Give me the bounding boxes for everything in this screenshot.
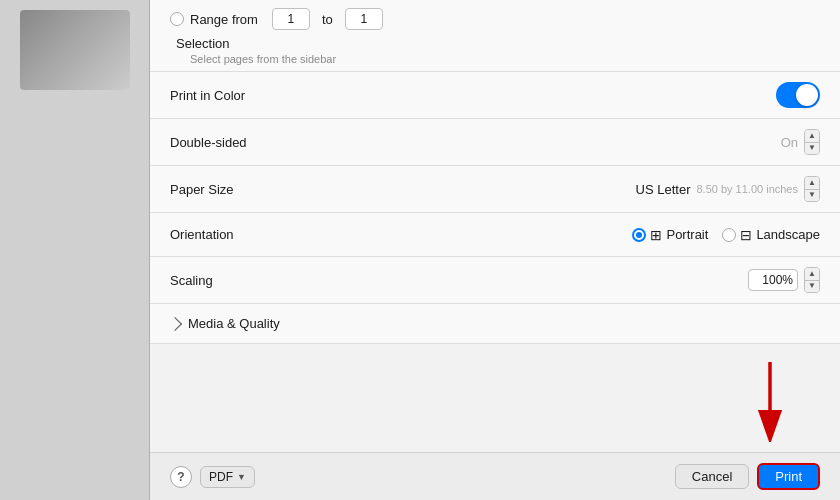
range-to-input[interactable] [345,8,383,30]
bottom-bar: ? PDF ▼ Cancel Print [150,452,840,500]
landscape-icon: ⊟ [740,227,752,243]
print-in-color-row: Print in Color [150,72,840,119]
selection-sublabel: Select pages from the sidebar [190,53,820,65]
scaling-stepper-down[interactable]: ▼ [805,281,819,293]
print-options: Range from to Selection Select pages fro… [150,0,840,452]
scaling-input[interactable] [748,269,798,291]
range-from-row: Range from to [150,0,840,34]
portrait-icon: ⊞ [650,227,662,243]
scaling-row: Scaling ▲ ▼ [150,257,840,304]
range-to-label: to [322,12,333,27]
pdf-button[interactable]: PDF ▼ [200,466,255,488]
pdf-label: PDF [209,470,233,484]
paper-size-row: Paper Size US Letter 8.50 by 11.00 inche… [150,166,840,213]
document-thumbnail [20,10,130,90]
selection-label: Selection [176,36,229,51]
toggle-knob [796,84,818,106]
paper-size-value: US Letter [636,182,691,197]
portrait-radio[interactable] [632,228,646,242]
paper-size-stepper-up[interactable]: ▲ [805,177,819,190]
print-button[interactable]: Print [757,463,820,490]
sidebar [0,0,150,500]
scaling-stepper[interactable]: ▲ ▼ [804,267,820,293]
landscape-radio[interactable] [722,228,736,242]
double-sided-row: Double-sided On ▲ ▼ [150,119,840,166]
double-sided-stepper[interactable]: ▲ ▼ [804,129,820,155]
portrait-option[interactable]: ⊞ Portrait [632,227,708,243]
media-quality-row[interactable]: Media & Quality [150,304,840,344]
pdf-chevron-icon: ▼ [237,472,246,482]
scaling-stepper-up[interactable]: ▲ [805,268,819,281]
main-content: Range from to Selection Select pages fro… [150,0,840,500]
cancel-button[interactable]: Cancel [675,464,749,489]
scaling-label: Scaling [170,273,300,288]
range-radio[interactable] [170,12,184,26]
stepper-up[interactable]: ▲ [805,130,819,143]
chevron-right-icon [168,316,182,330]
paper-size-stepper-down[interactable]: ▼ [805,190,819,202]
print-in-color-toggle[interactable] [776,82,820,108]
stepper-down[interactable]: ▼ [805,143,819,155]
portrait-label: Portrait [666,227,708,242]
paper-size-detail: 8.50 by 11.00 inches [696,183,798,195]
help-button[interactable]: ? [170,466,192,488]
media-quality-label: Media & Quality [188,316,280,331]
orientation-label: Orientation [170,227,300,242]
print-in-color-label: Print in Color [170,88,300,103]
orientation-row: Orientation ⊞ Portrait ⊟ Landscape [150,213,840,257]
double-sided-value: On [781,135,798,150]
landscape-option[interactable]: ⊟ Landscape [722,227,820,243]
selection-row: Selection Select pages from the sidebar [150,34,840,72]
range-label: Range from [190,12,258,27]
paper-size-label: Paper Size [170,182,300,197]
double-sided-label: Double-sided [170,135,300,150]
landscape-label: Landscape [756,227,820,242]
paper-size-stepper[interactable]: ▲ ▼ [804,176,820,202]
range-from-input[interactable] [272,8,310,30]
